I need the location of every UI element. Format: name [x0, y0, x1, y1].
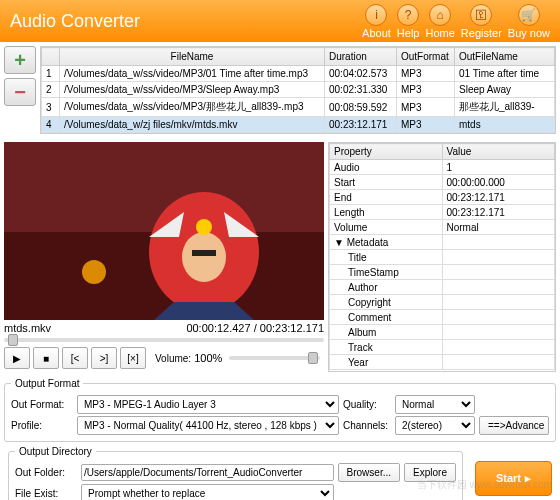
header-buttons: iAbout ?Help ⌂Home ⚿Register 🛒Buy now: [362, 4, 550, 39]
browser-button[interactable]: Browser...: [338, 463, 400, 482]
volume-label: Volume:: [155, 353, 191, 364]
volume-value: 100%: [194, 352, 222, 364]
out-format-select[interactable]: MP3 - MPEG-1 Audio Layer 3: [77, 395, 339, 414]
file-exist-label: File Exist:: [15, 488, 77, 499]
play-button[interactable]: ▶: [4, 347, 30, 369]
video-preview[interactable]: [4, 142, 324, 320]
col-outfilename[interactable]: OutFileName: [455, 48, 555, 66]
svg-point-6: [82, 260, 106, 284]
channels-label: Channels:: [343, 420, 391, 431]
info-icon: i: [365, 4, 387, 26]
remove-file-button[interactable]: −: [4, 78, 36, 106]
col-outformat[interactable]: OutFormat: [397, 48, 455, 66]
col-duration[interactable]: Duration: [325, 48, 397, 66]
properties-table[interactable]: Property Value Audio1Start00:00:00.000En…: [328, 142, 556, 372]
property-row[interactable]: Year: [330, 355, 555, 370]
output-format-group: Output Format Out Format: MP3 - MPEG-1 A…: [4, 378, 556, 442]
property-row[interactable]: Comment: [330, 310, 555, 325]
seek-slider[interactable]: [4, 338, 324, 342]
out-folder-label: Out Folder:: [15, 467, 77, 478]
svg-point-5: [196, 219, 212, 235]
table-row[interactable]: 1/Volumes/data_w/ss/video/MP3/01 Time af…: [42, 66, 555, 82]
add-file-button[interactable]: +: [4, 46, 36, 74]
file-exist-select[interactable]: Prompt whether to replace: [81, 484, 334, 500]
col-property[interactable]: Property: [330, 144, 443, 160]
mark-in-button[interactable]: [<: [62, 347, 88, 369]
property-row[interactable]: VolumeNormal: [330, 220, 555, 235]
property-row[interactable]: Copyright: [330, 295, 555, 310]
profile-select[interactable]: MP3 - Normal Quality( 44100 Hz, stereo ,…: [77, 416, 339, 435]
table-row[interactable]: 4/Volumes/data_w/zj files/mkv/mtds.mkv00…: [42, 117, 555, 133]
file-table[interactable]: FileName Duration OutFormat OutFileName …: [40, 46, 556, 134]
key-icon: ⚿: [470, 4, 492, 26]
output-directory-group: Output Directory Out Folder: Browser... …: [8, 446, 463, 500]
home-button[interactable]: ⌂Home: [425, 4, 454, 39]
profile-label: Profile:: [11, 420, 73, 431]
about-button[interactable]: iAbout: [362, 4, 391, 39]
stop-button[interactable]: ■: [33, 347, 59, 369]
preview-filename: mtds.mkv: [4, 322, 51, 334]
property-row[interactable]: Track: [330, 340, 555, 355]
buy-button[interactable]: 🛒Buy now: [508, 4, 550, 39]
property-row[interactable]: Title: [330, 250, 555, 265]
add-remove-panel: + −: [4, 46, 36, 134]
property-row[interactable]: Album: [330, 325, 555, 340]
property-row[interactable]: End00:23:12.171: [330, 190, 555, 205]
preview-panel: mtds.mkv 00:00:12.427 / 00:23:12.171 ▶ ■…: [4, 142, 324, 372]
channels-select[interactable]: 2(stereo): [395, 416, 475, 435]
property-row[interactable]: TimeStamp: [330, 265, 555, 280]
out-folder-input[interactable]: [81, 464, 334, 481]
col-filename[interactable]: FileName: [60, 48, 325, 66]
property-row[interactable]: ▼ Metadata: [330, 235, 555, 250]
help-button[interactable]: ?Help: [397, 4, 420, 39]
out-format-label: Out Format:: [11, 399, 73, 410]
col-num[interactable]: [42, 48, 60, 66]
home-icon: ⌂: [429, 4, 451, 26]
property-row[interactable]: Length00:23:12.171: [330, 205, 555, 220]
watermark: 当下软件园 www.downxia.com: [417, 478, 552, 492]
svg-point-3: [182, 232, 226, 282]
header: Audio Converter iAbout ?Help ⌂Home ⚿Regi…: [0, 0, 560, 42]
table-row[interactable]: 2/Volumes/data_w/ss/video/MP3/Sleep Away…: [42, 82, 555, 98]
app-title: Audio Converter: [10, 11, 140, 32]
property-row[interactable]: Author: [330, 280, 555, 295]
property-row[interactable]: Start00:00:00.000: [330, 175, 555, 190]
preview-time: 00:00:12.427 / 00:23:12.171: [186, 322, 324, 334]
mark-out-button[interactable]: >]: [91, 347, 117, 369]
table-row[interactable]: 3/Volumes/data_w/ss/video/MP3/那些花儿_all83…: [42, 98, 555, 117]
register-button[interactable]: ⚿Register: [461, 4, 502, 39]
quality-select[interactable]: Normal: [395, 395, 475, 414]
range-button[interactable]: [×]: [120, 347, 146, 369]
cart-icon: 🛒: [518, 4, 540, 26]
property-row[interactable]: Audio1: [330, 160, 555, 175]
svg-rect-4: [192, 250, 216, 256]
advance-button[interactable]: ==>Advance: [479, 416, 549, 435]
volume-slider[interactable]: [229, 356, 320, 360]
col-value[interactable]: Value: [442, 144, 555, 160]
help-icon: ?: [397, 4, 419, 26]
quality-label: Quality:: [343, 399, 391, 410]
